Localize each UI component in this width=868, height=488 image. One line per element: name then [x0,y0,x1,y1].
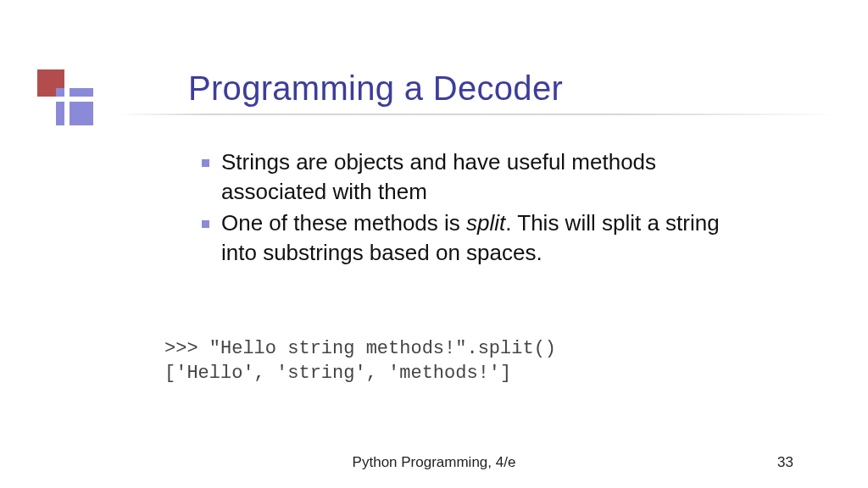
logo-icon [37,69,97,129]
code-line: ['Hello', 'string', 'methods!'] [164,363,511,384]
bullet-item: Strings are objects and have useful meth… [202,147,744,207]
bullet-text: One of these methods is split. This will… [221,208,744,268]
bullet-text-frag: One of these methods is [221,210,466,236]
code-block: >>> "Hello string methods!".split() ['He… [164,337,556,385]
footer-text: Python Programming, 4/e [0,454,868,471]
bullet-marker-icon [202,159,209,167]
title-underline [119,114,839,115]
bullet-text: Strings are objects and have useful meth… [221,147,744,207]
bullet-text-emph: split [466,210,505,236]
slide: Programming a Decoder Strings are object… [0,0,868,488]
slide-body: Strings are objects and have useful meth… [202,147,744,269]
slide-title: Programming a Decoder [188,69,563,108]
bullet-marker-icon [202,220,209,228]
code-line: >>> "Hello string methods!".split() [164,338,556,359]
bullet-item: One of these methods is split. This will… [202,208,744,268]
page-number: 33 [777,454,793,471]
